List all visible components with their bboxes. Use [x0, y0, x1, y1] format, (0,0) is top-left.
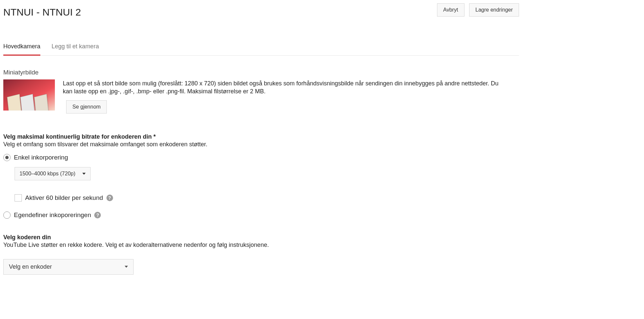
caret-down-icon: [125, 266, 128, 268]
page-title: NTNUI - NTNUI 2: [3, 7, 81, 18]
cancel-button[interactable]: Avbryt: [437, 3, 464, 17]
thumbnail-row: Last opp et så stort bilde som mulig (fo…: [3, 79, 519, 114]
header-actions: Avbryt Lagre endringer: [434, 3, 519, 17]
radio-custom[interactable]: [3, 211, 11, 219]
radio-simple-row: Enkel inkorporering: [3, 154, 519, 161]
encoder-select[interactable]: Velg en enkoder: [3, 259, 134, 275]
browse-button[interactable]: Se gjennom: [66, 100, 107, 114]
save-button[interactable]: Lagre endringer: [469, 3, 519, 17]
thumbnail-info: Last opp et så stort bilde som mulig (fo…: [63, 79, 503, 114]
radio-simple[interactable]: [3, 154, 11, 161]
radio-custom-row: Egendefiner inkoporeringen ?: [3, 211, 519, 219]
caret-down-icon: [82, 173, 86, 175]
tab-add-camera[interactable]: Legg til et kamera: [52, 41, 99, 56]
radio-simple-label: Enkel inkorporering: [14, 154, 68, 161]
help-icon[interactable]: ?: [94, 212, 101, 218]
thumbnail-description: Last opp et så stort bilde som mulig (fo…: [63, 79, 503, 96]
thumbnail-preview[interactable]: [3, 79, 55, 111]
fps-checkbox[interactable]: [15, 194, 22, 202]
tab-main-camera[interactable]: Hovedkamera: [3, 41, 40, 56]
help-icon[interactable]: ?: [106, 195, 113, 201]
encoder-heading: Velg koderen din: [3, 234, 519, 241]
encoder-section: Velg koderen din YouTube Live støtter en…: [3, 234, 519, 275]
fps-label: Aktiver 60 bilder per sekund: [25, 194, 103, 202]
tabs: Hovedkamera Legg til et kamera: [3, 41, 519, 56]
header-row: NTNUI - NTNUI 2 Avbryt Lagre endringer: [3, 3, 519, 18]
fps-row: Aktiver 60 bilder per sekund ?: [15, 194, 519, 202]
bitrate-select-value: 1500–4000 kbps (720p): [20, 171, 75, 177]
thumbnail-section-label: Miniatyrbilde: [3, 69, 519, 76]
bitrate-heading: Velg maksimal kontinuerlig bitrate for e…: [3, 133, 519, 140]
encoder-select-value: Velg en enkoder: [9, 263, 52, 270]
bitrate-section: Velg maksimal kontinuerlig bitrate for e…: [3, 133, 519, 219]
bitrate-subcopy: Velg et omfang som tilsvarer det maksima…: [3, 141, 519, 148]
encoder-subcopy: YouTube Live støtter en rekke kodere. Ve…: [3, 242, 519, 249]
bitrate-select[interactable]: 1500–4000 kbps (720p): [15, 167, 91, 180]
radio-custom-label: Egendefiner inkoporeringen: [14, 211, 91, 219]
